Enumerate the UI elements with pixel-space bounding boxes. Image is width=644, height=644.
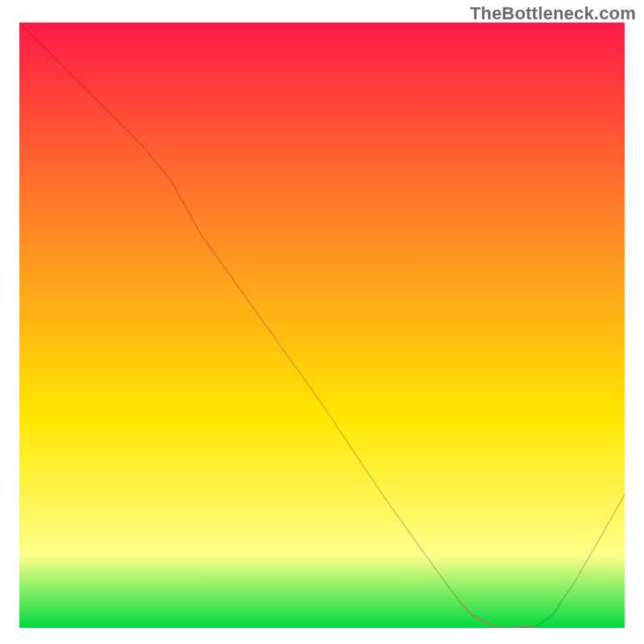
bottleneck-plot-svg <box>19 23 625 628</box>
watermark-text: TheBottleneck.com <box>470 3 636 24</box>
chart-frame: TheBottleneck.com <box>0 0 644 644</box>
plot-area <box>19 23 625 628</box>
